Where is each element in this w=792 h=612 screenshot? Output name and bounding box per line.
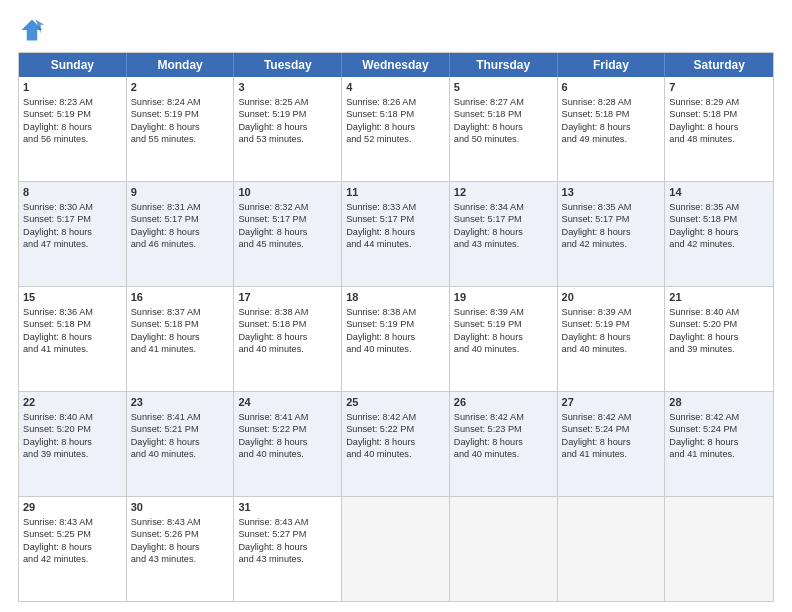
day-info: Sunset: 5:19 PM	[238, 108, 337, 120]
day-info: Daylight: 8 hours	[131, 331, 230, 343]
day-number: 7	[669, 80, 769, 95]
calendar-cell: 21Sunrise: 8:40 AMSunset: 5:20 PMDayligh…	[665, 287, 773, 391]
day-info: Sunrise: 8:35 AM	[669, 201, 769, 213]
day-info: Daylight: 8 hours	[238, 121, 337, 133]
day-info: Sunrise: 8:42 AM	[562, 411, 661, 423]
day-info: Daylight: 8 hours	[562, 436, 661, 448]
calendar-cell: 3Sunrise: 8:25 AMSunset: 5:19 PMDaylight…	[234, 77, 342, 181]
day-info: Sunrise: 8:43 AM	[238, 516, 337, 528]
day-info: Sunrise: 8:29 AM	[669, 96, 769, 108]
day-number: 30	[131, 500, 230, 515]
day-number: 20	[562, 290, 661, 305]
calendar-cell	[342, 497, 450, 601]
calendar-cell: 27Sunrise: 8:42 AMSunset: 5:24 PMDayligh…	[558, 392, 666, 496]
day-info: Daylight: 8 hours	[562, 121, 661, 133]
day-info: and 49 minutes.	[562, 133, 661, 145]
day-number: 28	[669, 395, 769, 410]
day-number: 13	[562, 185, 661, 200]
day-info: and 44 minutes.	[346, 238, 445, 250]
calendar-cell	[558, 497, 666, 601]
day-info: and 55 minutes.	[131, 133, 230, 145]
day-info: Daylight: 8 hours	[346, 331, 445, 343]
calendar-cell: 15Sunrise: 8:36 AMSunset: 5:18 PMDayligh…	[19, 287, 127, 391]
day-info: and 40 minutes.	[562, 343, 661, 355]
day-number: 16	[131, 290, 230, 305]
day-info: Daylight: 8 hours	[454, 226, 553, 238]
day-info: and 47 minutes.	[23, 238, 122, 250]
weekday-header: Wednesday	[342, 53, 450, 77]
day-info: and 48 minutes.	[669, 133, 769, 145]
page: SundayMondayTuesdayWednesdayThursdayFrid…	[0, 0, 792, 612]
day-info: Sunrise: 8:27 AM	[454, 96, 553, 108]
day-info: Daylight: 8 hours	[131, 541, 230, 553]
day-info: Daylight: 8 hours	[23, 226, 122, 238]
day-info: Sunset: 5:22 PM	[346, 423, 445, 435]
day-info: Sunset: 5:19 PM	[131, 108, 230, 120]
weekday-header: Tuesday	[234, 53, 342, 77]
weekday-header: Saturday	[665, 53, 773, 77]
calendar-cell: 17Sunrise: 8:38 AMSunset: 5:18 PMDayligh…	[234, 287, 342, 391]
day-info: and 42 minutes.	[562, 238, 661, 250]
day-info: Sunset: 5:24 PM	[562, 423, 661, 435]
day-info: Sunrise: 8:25 AM	[238, 96, 337, 108]
day-info: Sunset: 5:23 PM	[454, 423, 553, 435]
day-info: Daylight: 8 hours	[562, 331, 661, 343]
day-info: Sunrise: 8:35 AM	[562, 201, 661, 213]
day-info: Sunrise: 8:24 AM	[131, 96, 230, 108]
day-info: Sunset: 5:19 PM	[346, 318, 445, 330]
calendar-cell: 20Sunrise: 8:39 AMSunset: 5:19 PMDayligh…	[558, 287, 666, 391]
day-number: 11	[346, 185, 445, 200]
day-info: Sunset: 5:26 PM	[131, 528, 230, 540]
day-info: and 40 minutes.	[454, 343, 553, 355]
day-info: and 45 minutes.	[238, 238, 337, 250]
calendar-row: 22Sunrise: 8:40 AMSunset: 5:20 PMDayligh…	[19, 392, 773, 497]
day-number: 26	[454, 395, 553, 410]
calendar-cell: 14Sunrise: 8:35 AMSunset: 5:18 PMDayligh…	[665, 182, 773, 286]
day-info: and 41 minutes.	[23, 343, 122, 355]
day-info: Sunrise: 8:36 AM	[23, 306, 122, 318]
day-info: Sunrise: 8:40 AM	[23, 411, 122, 423]
day-info: Daylight: 8 hours	[238, 226, 337, 238]
day-info: Sunset: 5:18 PM	[23, 318, 122, 330]
day-info: Daylight: 8 hours	[346, 226, 445, 238]
day-info: Sunrise: 8:41 AM	[238, 411, 337, 423]
day-info: and 39 minutes.	[669, 343, 769, 355]
day-info: Sunrise: 8:42 AM	[454, 411, 553, 423]
day-info: and 39 minutes.	[23, 448, 122, 460]
day-number: 12	[454, 185, 553, 200]
calendar-cell: 30Sunrise: 8:43 AMSunset: 5:26 PMDayligh…	[127, 497, 235, 601]
calendar-cell: 18Sunrise: 8:38 AMSunset: 5:19 PMDayligh…	[342, 287, 450, 391]
day-info: Sunrise: 8:42 AM	[669, 411, 769, 423]
day-info: Sunset: 5:18 PM	[346, 108, 445, 120]
calendar-cell	[665, 497, 773, 601]
header	[18, 16, 774, 44]
day-info: Sunset: 5:17 PM	[23, 213, 122, 225]
day-info: Sunset: 5:20 PM	[669, 318, 769, 330]
day-number: 18	[346, 290, 445, 305]
weekday-header: Friday	[558, 53, 666, 77]
day-info: and 41 minutes.	[562, 448, 661, 460]
day-info: Sunset: 5:18 PM	[131, 318, 230, 330]
day-info: Sunset: 5:17 PM	[346, 213, 445, 225]
day-number: 14	[669, 185, 769, 200]
day-info: and 40 minutes.	[346, 343, 445, 355]
day-number: 4	[346, 80, 445, 95]
day-info: Daylight: 8 hours	[131, 436, 230, 448]
day-info: Sunset: 5:18 PM	[238, 318, 337, 330]
day-number: 27	[562, 395, 661, 410]
calendar-cell: 7Sunrise: 8:29 AMSunset: 5:18 PMDaylight…	[665, 77, 773, 181]
day-info: and 41 minutes.	[131, 343, 230, 355]
calendar-cell: 13Sunrise: 8:35 AMSunset: 5:17 PMDayligh…	[558, 182, 666, 286]
day-info: Daylight: 8 hours	[346, 436, 445, 448]
day-info: and 42 minutes.	[23, 553, 122, 565]
day-info: Daylight: 8 hours	[669, 436, 769, 448]
day-number: 25	[346, 395, 445, 410]
calendar-cell: 24Sunrise: 8:41 AMSunset: 5:22 PMDayligh…	[234, 392, 342, 496]
day-info: Sunrise: 8:38 AM	[346, 306, 445, 318]
day-info: Sunrise: 8:32 AM	[238, 201, 337, 213]
day-number: 6	[562, 80, 661, 95]
day-info: and 40 minutes.	[454, 448, 553, 460]
day-info: Sunset: 5:17 PM	[131, 213, 230, 225]
day-info: Sunrise: 8:28 AM	[562, 96, 661, 108]
calendar: SundayMondayTuesdayWednesdayThursdayFrid…	[18, 52, 774, 602]
